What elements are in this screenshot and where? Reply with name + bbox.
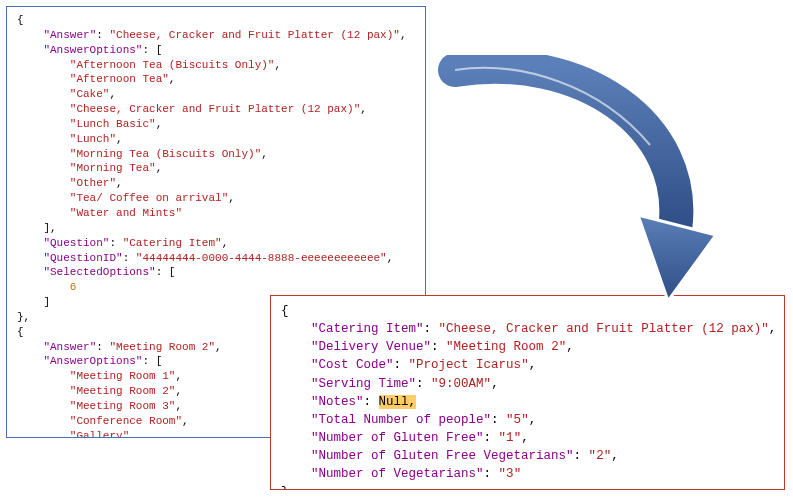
src-key-answer: Answer bbox=[50, 29, 90, 41]
notes-null-highlight: Null, bbox=[379, 395, 417, 409]
src-key-question: Question bbox=[50, 237, 103, 249]
tgt-key-gfv: Number of Gluten Free Vegetarians bbox=[319, 449, 567, 463]
tgt-key-catering: Catering Item bbox=[319, 322, 417, 336]
src-key-qid: QuestionID bbox=[50, 252, 116, 264]
tgt-key-time: Serving Time bbox=[319, 377, 409, 391]
tgt-key-total: Total Number of people bbox=[319, 413, 484, 427]
target-json-panel: { "Catering Item": "Cheese, Cracker and … bbox=[270, 295, 785, 490]
src-answer-1: Cheese, Cracker and Fruit Platter (12 pa… bbox=[116, 29, 393, 41]
transform-arrow-icon bbox=[400, 55, 720, 310]
src-key-selopt: SelectedOptions bbox=[50, 266, 149, 278]
tgt-key-venue: Delivery Venue bbox=[319, 340, 424, 354]
src-answer-2: Meeting Room 2 bbox=[116, 341, 208, 353]
tgt-key-cost: Cost Code bbox=[319, 358, 387, 372]
src-key-options: AnswerOptions bbox=[50, 44, 136, 56]
tgt-key-veg: Number of Vegetarians bbox=[319, 467, 477, 481]
tgt-key-gf: Number of Gluten Free bbox=[319, 431, 477, 445]
tgt-key-notes: Notes bbox=[319, 395, 357, 409]
